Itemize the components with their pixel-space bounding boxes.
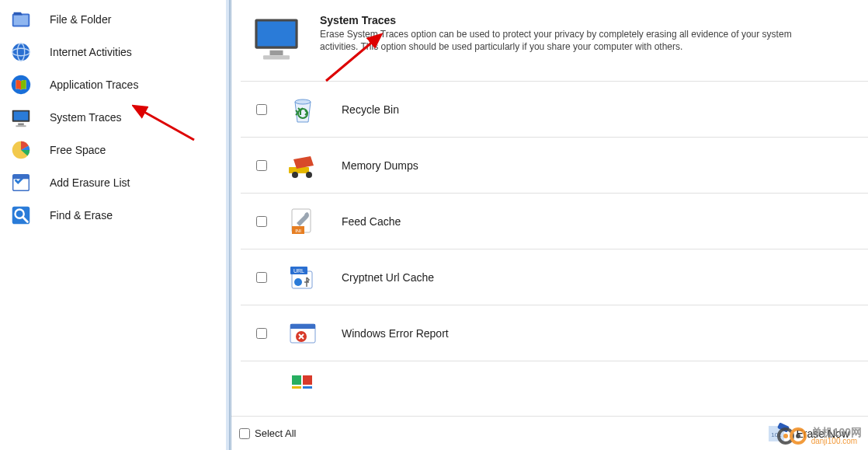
page-title: System Traces [320,14,825,26]
trace-label: Feed Cache [342,215,401,228]
trace-row-cryptnet-url[interactable]: URL Cryptnet Url Cache [241,249,868,305]
svg-point-22 [292,172,298,178]
svg-rect-37 [303,386,312,389]
sidebar-item-application[interactable]: Application Traces [0,68,226,101]
svg-point-19 [295,99,311,104]
main-panel: System Traces Erase System Traces option… [231,0,868,450]
svg-rect-9 [16,125,26,127]
sidebar-item-label: Find & Erase [50,209,113,222]
svg-rect-8 [18,124,24,126]
svg-rect-17 [270,51,283,55]
sidebar-item-label: Application Traces [50,78,138,91]
eraser-icon: 101 [766,421,790,446]
select-all-checkbox[interactable] [239,428,250,439]
trace-row-feed-cache[interactable]: INI Feed Cache [241,193,868,249]
sidebar-item-file-folder[interactable]: File & Folder [0,3,226,36]
trace-checkbox[interactable] [256,216,267,227]
globe-icon [8,39,34,65]
sidebar-item-label: Free Space [50,144,106,156]
svg-point-2 [12,44,30,61]
url-badge-icon: URL [286,260,320,295]
select-all-label: Select All [255,427,296,439]
header-monitor-icon [250,14,303,67]
erase-now-label: Erase Now [797,427,849,440]
svg-point-23 [306,172,312,178]
trace-row-partial[interactable] [241,361,868,389]
sidebar-item-add-erasure[interactable]: Add Erasure List [0,166,226,199]
sidebar-item-internet[interactable]: Internet Activities [0,36,226,68]
svg-rect-35 [303,375,312,385]
sidebar-item-system-traces[interactable]: System Traces [0,101,226,134]
trace-list: Recycle Bin Memory Dumps INI Feed Cache [241,81,868,389]
svg-rect-34 [292,375,301,385]
windows-icon [8,72,34,98]
svg-rect-16 [258,22,296,47]
monitor-icon [8,104,34,131]
sidebar: File & Folder Internet Activities Applic… [0,0,229,450]
trace-row-recycle-bin[interactable]: Recycle Bin [241,81,868,137]
sidebar-item-label: Internet Activities [50,46,132,58]
main-scroll[interactable]: System Traces Erase System Traces option… [231,0,868,416]
sidebar-item-label: File & Folder [50,13,111,26]
checklist-icon [8,169,34,196]
trace-row-windows-error[interactable]: Windows Error Report [241,305,868,361]
trace-checkbox[interactable] [256,272,267,283]
sidebar-item-label: Add Erasure List [50,176,130,189]
erase-now-button[interactable]: 101 Erase Now [761,418,854,449]
trace-checkbox[interactable] [256,328,267,339]
sidebar-item-find-erase[interactable]: Find & Erase [0,199,226,232]
select-all[interactable]: Select All [239,427,296,439]
trace-checkbox[interactable] [256,104,267,115]
svg-rect-1 [14,15,29,25]
svg-text:101: 101 [771,431,782,438]
page-description: Erase System Traces option can be used t… [320,28,825,53]
error-window-icon [286,316,320,351]
svg-rect-36 [292,386,301,389]
search-icon [8,202,34,228]
sidebar-item-free-space[interactable]: Free Space [0,134,226,166]
trace-label: Recycle Bin [342,103,399,116]
svg-text:INI: INI [295,228,301,233]
wrench-ini-icon: INI [286,204,320,239]
file-folder-icon [8,6,34,33]
pie-icon [8,137,34,163]
svg-rect-32 [290,324,315,329]
svg-point-30 [294,278,302,286]
sidebar-item-label: System Traces [50,111,122,124]
footer: Select All 101 Erase Now [231,416,868,450]
svg-rect-18 [263,55,290,59]
dump-truck-icon [286,148,320,183]
svg-text:URL: URL [293,268,304,274]
trace-checkbox[interactable] [256,160,267,171]
trace-label: Memory Dumps [342,159,418,172]
svg-rect-7 [14,112,29,120]
partial-icon [286,369,320,389]
trace-row-memory-dumps[interactable]: Memory Dumps [241,137,868,193]
header: System Traces Erase System Traces option… [241,6,868,81]
recycle-bin-icon [286,92,320,127]
trace-label: Cryptnet Url Cache [342,271,434,284]
trace-label: Windows Error Report [342,327,449,340]
svg-rect-12 [13,175,30,180]
